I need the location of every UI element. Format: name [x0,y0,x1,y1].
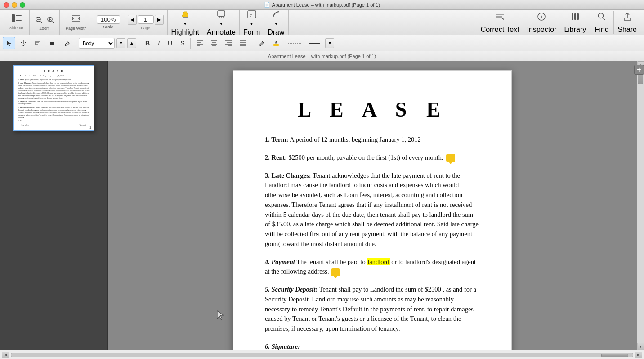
add-page-button[interactable]: + [634,65,644,75]
svg-text:i: i [541,14,542,19]
pdf-main-view[interactable]: L E A S E 1. Term: A period of 12 months… [108,61,637,350]
next-page-button[interactable]: ▶ [155,15,164,25]
prev-page-button[interactable]: ◀ [128,15,137,25]
form-label: Form [243,28,260,36]
highlight-button[interactable]: ▼ [177,9,193,27]
align-center-button[interactable] [208,37,220,49]
thumb-tenant-label: Tenant [79,124,86,127]
form-button[interactable]: ▼ [244,9,260,27]
maximize-button[interactable] [20,2,25,8]
draw-dropdown-arrow[interactable]: ▼ [274,22,278,26]
thumb-section-5: 5. Security Deposit: Tenant shall pay to… [18,106,90,119]
annotate-icon [216,10,226,21]
section-1-title: 1. Term: [265,136,288,143]
correct-text-icon [495,12,505,23]
section-3-body: Tenant acknowledges that the late paymen… [265,172,479,247]
pdf-section-1: 1. Term: A period of 12 months, beginnin… [265,135,480,145]
bottom-scrollbar: ◀ ▶ [0,350,644,359]
svg-rect-15 [218,11,225,16]
sidebar-icon [12,14,22,25]
horizontal-scroll-track[interactable] [11,353,633,357]
correct-text-button[interactable] [492,11,508,25]
section-1-body: A period of 12 months, beginning January… [290,136,421,143]
minimize-button[interactable] [12,2,17,8]
svg-line-29 [603,18,605,20]
section-6-title: 6. Signature: [265,343,300,350]
border-style-button[interactable] [306,37,323,49]
annotate-group: ▼ Annotate [203,10,240,35]
font-size-up-button[interactable]: ▲ [127,38,136,48]
comment-bubble-rent[interactable] [446,154,455,162]
library-button[interactable] [567,11,583,25]
close-button[interactable] [4,2,9,8]
pdf-section-6: 6. Signature: [265,342,480,350]
redact-button[interactable] [46,37,58,49]
inspector-button[interactable]: i [533,11,550,25]
comment-bubble-payment[interactable] [331,268,340,276]
line-style-dropdown[interactable]: ▼ [325,38,334,48]
form-group: ▼ Form [240,10,264,35]
fill-color-button[interactable]: A [269,37,283,49]
form-icon [247,10,257,21]
page-input[interactable]: 1 [138,15,154,24]
share-icon [623,12,632,23]
correct-text-label: Correct Text [481,26,519,34]
find-group: Find [590,11,614,34]
font-style-select[interactable]: Body Heading Normal [79,38,115,49]
file-title-text: Apartment Lease – with markup.pdf (Page … [268,54,376,59]
annotate-button[interactable]: ▼ [213,9,229,27]
underline-button[interactable]: U [165,37,175,49]
thumb-page-number: 1 [89,126,91,130]
draw-button[interactable]: ▼ [268,9,284,27]
line-style-button[interactable] [285,37,304,49]
page-width-button[interactable]: Page Width [63,13,89,32]
horizontal-scroll-thumb[interactable] [601,354,628,357]
annotate-label: Annotate [207,28,236,36]
find-label: Find [595,26,609,34]
highlight-label: Highlight [171,28,199,36]
draw-label: Draw [268,28,284,36]
scroll-track[interactable] [637,68,644,343]
align-right-button[interactable] [222,37,235,49]
svg-rect-0 [12,14,15,22]
separator-1 [76,38,76,49]
select-tool-button[interactable] [3,37,15,49]
bold-button[interactable]: B [142,37,153,49]
share-label: Share [617,26,637,34]
align-left-button[interactable] [193,37,206,49]
zoom-group: Zoom [30,10,60,35]
highlight-dropdown-arrow[interactable]: ▼ [183,22,187,26]
pan-tool-button[interactable] [17,37,30,49]
page-thumbnail[interactable]: L E A S E 1. Term: A period of 12 months… [13,65,94,131]
annotate-dropdown-arrow[interactable]: ▼ [219,22,223,26]
scale-label: Scale [103,25,113,29]
eraser-button[interactable] [60,37,73,49]
inspector-icon: i [537,12,546,23]
sidebar-group: Sidebar [4,10,30,35]
pen-tool-button[interactable] [255,37,268,49]
scroll-left-button[interactable]: ◀ [2,352,9,358]
sidebar-button[interactable]: Sidebar [7,13,26,31]
italic-button[interactable]: I [155,37,163,49]
thumb-section-2: 2. Rent: $2500 per month, payable on the… [18,78,90,81]
separator-2 [139,38,139,49]
pdf-section-2: 2. Rent: $2500 per month, payable on the… [265,153,480,163]
align-justify-button[interactable] [237,37,249,49]
strikethrough-button[interactable]: S [177,37,188,49]
sidebar-panel[interactable]: L E A S E 1. Term: A period of 12 months… [0,61,108,350]
font-size-down-button[interactable]: ▼ [116,38,125,48]
zoom-value-display[interactable]: 100% [97,15,120,24]
find-button[interactable] [594,11,610,25]
section-4-title: 4. Payment [265,258,295,265]
zoom-out-button[interactable] [33,14,44,25]
scroll-down-button[interactable]: ▼ [638,343,644,350]
scroll-right-button[interactable]: ▶ [635,352,642,358]
text-select-button[interactable] [31,37,44,49]
toolbar-right: Correct Text i Inspector Library [477,11,640,34]
form-dropdown-arrow[interactable]: ▼ [250,22,254,26]
section-2-body: $2500 per month, payable on the first (1… [289,154,443,161]
share-button[interactable] [619,11,635,25]
library-label: Library [564,26,586,34]
vertical-scrollbar[interactable]: ▲ ▼ [637,61,644,350]
zoom-in-button[interactable] [45,14,56,25]
